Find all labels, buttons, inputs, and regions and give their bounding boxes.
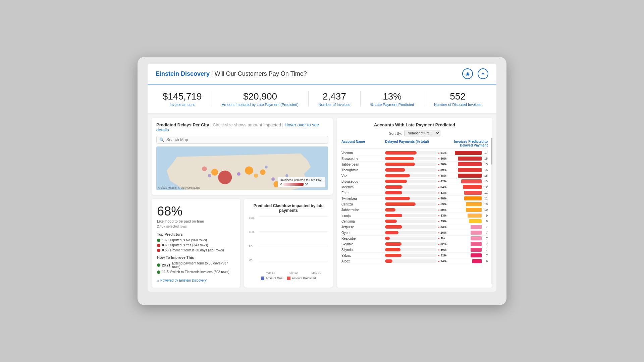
delayed-bar-bg-1 xyxy=(385,157,437,160)
legend-bar: 0 36 xyxy=(280,183,323,186)
inv-count-3: 15 xyxy=(483,168,488,172)
inv-bar-cell-12: 8 xyxy=(447,219,488,223)
delayed-cell-2: ● 58% xyxy=(385,163,447,166)
gradient-bar xyxy=(283,183,304,186)
map-title-text: Predicted Delays Per City xyxy=(156,122,209,127)
delayed-bar-fill-6 xyxy=(385,185,402,189)
x-label-may: May 10 xyxy=(311,271,321,275)
delayed-pct-15: ● 9% xyxy=(438,237,447,240)
grid-line-4 xyxy=(259,261,328,261)
kpi-label-pct: % Late Payment Predicted xyxy=(370,103,414,107)
inv-bar-cell-17: 7 xyxy=(447,248,488,252)
legend-min: 0 xyxy=(280,183,282,186)
inv-count-17: 7 xyxy=(483,248,488,251)
table-row: Vitz● 48%15 xyxy=(341,173,488,179)
kpi-value-disputed: 552 xyxy=(434,91,481,102)
inv-bar-cell-16: 7 xyxy=(447,242,488,246)
delayed-cell-0: ● 61% xyxy=(385,151,447,155)
inv-bar-4 xyxy=(458,174,482,178)
settings-icon[interactable]: ✦ xyxy=(478,68,488,79)
account-name-16: Skybble xyxy=(341,242,385,246)
table-row: Jetpulse● 33%7 xyxy=(341,224,488,230)
delayed-pct-0: ● 61% xyxy=(438,151,447,155)
delayed-pct-2: ● 58% xyxy=(438,163,447,166)
inv-count-18: 7 xyxy=(483,254,488,257)
delayed-cell-1: ● 56% xyxy=(385,157,447,160)
predictor-row-1: 1.6 Disputed is No (960 rows) xyxy=(157,238,235,242)
account-name-10: Jabbercube xyxy=(341,208,385,212)
likelihood-percent: 68% xyxy=(157,204,235,219)
kpi-late-pct: 13% % Late Payment Predicted xyxy=(370,91,414,107)
inv-bar-17 xyxy=(471,248,482,252)
kpi-label-late: Amount Impacted by Late Payment (Predict… xyxy=(222,103,299,107)
improve-section: How To Improve This 20.21 Extend payment… xyxy=(157,255,235,274)
inv-bar-cell-1: 15 xyxy=(447,157,488,161)
table-row: Browsedriv● 56%15 xyxy=(341,156,488,162)
inv-bar-11 xyxy=(468,214,482,218)
svg-point-11 xyxy=(208,174,211,177)
svg-point-8 xyxy=(271,177,275,181)
predictor-value-2: 0.6 xyxy=(162,243,167,247)
table-row: Oyope● 26%7 xyxy=(341,230,488,236)
delayed-cell-18: ● 32% xyxy=(385,254,447,257)
account-name-13: Jetpulse xyxy=(341,225,385,229)
svg-point-2 xyxy=(245,166,253,175)
improve-value-2: 11.5 xyxy=(162,270,168,274)
delayed-bar-fill-11 xyxy=(385,214,402,217)
delayed-bar-bg-5 xyxy=(385,180,437,183)
inv-bar-cell-13: 7 xyxy=(447,225,488,229)
table-header: Account Name Delayed Payments (% total) … xyxy=(341,140,488,149)
kpi-divider-2 xyxy=(308,91,309,107)
account-name-5: Browsebug xyxy=(341,180,385,183)
delayed-pct-4: ● 48% xyxy=(438,174,447,177)
delayed-cell-5: ● 42% xyxy=(385,180,447,183)
account-name-7: Eare xyxy=(341,191,385,195)
delayed-cell-17: ● 30% xyxy=(385,248,447,251)
predictor-text-3: Payment term is 30 days (327 rows) xyxy=(170,248,224,252)
sort-select[interactable]: Number of Pre... xyxy=(404,130,440,136)
kpi-invoices: 2,437 Number of Invoices xyxy=(319,91,351,107)
delayed-pct-5: ● 42% xyxy=(438,180,447,183)
delayed-pct-12: ● 23% xyxy=(438,220,447,223)
delayed-cell-3: ● 39% xyxy=(385,168,447,172)
delayed-cell-15: ● 9% xyxy=(385,237,447,240)
inv-bar-0 xyxy=(455,151,482,155)
delayed-bar-bg-19 xyxy=(385,259,437,263)
predictor-text-2: Disputed is Yes (343 rows) xyxy=(168,243,208,247)
delayed-cell-10: ● 20% xyxy=(385,208,447,212)
delayed-cell-8: ● 48% xyxy=(385,197,447,200)
account-name-3: Thoughtsto xyxy=(341,168,385,172)
scrollbar-thumb[interactable] xyxy=(491,138,492,165)
inv-count-12: 8 xyxy=(483,220,488,223)
delayed-bar-bg-4 xyxy=(385,174,437,177)
map-area: Invoices Predicted to Late Pay.. 0 36 © … xyxy=(156,146,328,190)
predictors-section: Top Predictors 1.6 Disputed is No (960 r… xyxy=(157,232,235,252)
delayed-cell-14: ● 26% xyxy=(385,231,447,234)
delayed-bar-fill-5 xyxy=(385,180,407,183)
col-account-name: Account Name xyxy=(341,140,385,147)
account-name-6: Meemm xyxy=(341,185,385,189)
legend-predicted-label: Amount Predicted xyxy=(292,277,316,280)
delayed-pct-17: ● 30% xyxy=(438,248,447,251)
brand-name: Einstein Discovery xyxy=(156,70,210,77)
inv-count-19: 6 xyxy=(483,259,488,263)
delayed-bar-bg-10 xyxy=(385,208,437,212)
account-name-17: Skyndu xyxy=(341,248,385,252)
inv-bar-8 xyxy=(464,196,482,200)
inv-count-5: 13 xyxy=(483,180,488,183)
table-row: Yabox● 32%7 xyxy=(341,253,488,258)
inv-bar-cell-7: 11 xyxy=(447,191,488,195)
delayed-pct-16: ● 32% xyxy=(438,242,447,246)
scrollbar-track[interactable] xyxy=(491,138,492,284)
inv-bar-14 xyxy=(471,231,482,235)
inv-bar-cell-6: 12 xyxy=(447,185,488,189)
user-icon[interactable]: ◉ xyxy=(462,68,473,79)
search-input[interactable] xyxy=(166,137,325,142)
table-row: Centimia● 23%8 xyxy=(341,219,488,224)
account-name-14: Oyope xyxy=(341,231,385,235)
kpi-value-late: $20,900 xyxy=(222,91,299,102)
improve-row-2: 11.5 Switch to Electronic invoices (803 … xyxy=(157,270,235,274)
map-legend: Invoices Predicted to Late Pay.. 0 36 xyxy=(278,177,325,187)
delayed-bar-fill-12 xyxy=(385,220,397,223)
y-label-0k: 0K xyxy=(249,258,254,261)
